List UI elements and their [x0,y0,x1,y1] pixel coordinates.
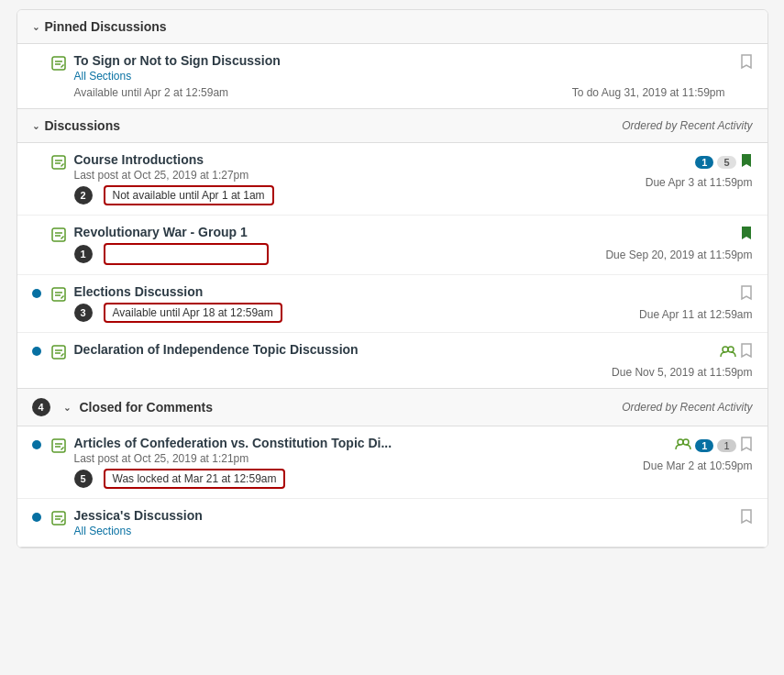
step-number: 2 [74,186,93,205]
item-body: Course Introductions Last post at Oct 25… [74,152,606,205]
item-body: Elections Discussion 3 Available until A… [74,284,606,323]
badge-blue: 1 [695,439,713,452]
due-text: Due Mar 2 at 10:59pm [643,459,752,472]
svg-point-15 [723,347,728,352]
step-number: 3 [74,304,93,322]
unread-dot [32,440,41,449]
item-right: 1 5 Due Apr 3 at 11:59pm [606,152,753,189]
pinned-section-label: Pinned Discussions [45,19,167,34]
due-text: Due Sep 20, 2019 at 11:59pm [605,249,752,261]
meta-row: 3 Available until Apr 18 at 12:59am [74,303,606,323]
meta-row: 5 Was locked at Mar 21 at 12:59am [74,469,606,489]
item-right: Due Sep 20, 2019 at 11:59pm [598,225,752,261]
unread-dot [32,513,41,522]
ordered-by: Ordered by Recent Activity [622,119,752,132]
due-text: Due Nov 5, 2019 at 11:59pm [612,366,752,379]
closed-section-header[interactable]: 4 ⌄ Closed for Comments Ordered by Recen… [17,389,767,426]
discussion-title[interactable]: To Sign or Not to Sign Discussion [74,53,725,68]
discussion-title[interactable]: Declaration of Independence Topic Discus… [74,342,605,357]
availability-badge: Available until Apr 18 at 12:59am [104,303,282,323]
unread-dot [32,347,41,356]
discussion-title[interactable]: Jessica's Discussion [74,508,606,523]
item-body: Jessica's Discussion All Sections [74,508,606,537]
bookmark-filled-icon[interactable] [740,152,753,172]
discussion-edit-icon [50,344,67,364]
step-number: 5 [74,470,93,488]
availability-badge: Not available until Apr 1 at 1am [104,185,274,205]
svg-rect-22 [52,512,65,525]
list-item: Declaration of Independence Topic Discus… [17,333,767,388]
bookmark-icon[interactable] [740,508,753,528]
all-sections-link[interactable]: All Sections [74,70,725,83]
bookmark-icon[interactable] [740,284,753,304]
list-item: Jessica's Discussion All Sections [17,499,767,547]
list-item: Articles of Confederation vs. Constituti… [17,426,767,499]
closed-section: 4 ⌄ Closed for Comments Ordered by Recen… [17,389,767,548]
discussions-items: Course Introductions Last post at Oct 25… [17,143,767,389]
meta-row: 1 [74,243,599,265]
group-icon [675,437,691,454]
svg-rect-0 [52,57,65,70]
item-right [606,508,753,528]
svg-rect-3 [52,156,65,169]
ordered-by: Ordered by Recent Activity [622,401,752,414]
discussion-edit-icon [50,286,67,306]
item-body: Articles of Confederation vs. Constituti… [74,436,606,489]
badges-row: 1 5 [695,152,752,172]
bookmark-icon[interactable] [740,53,753,74]
last-post: Last post at Oct 25, 2019 at 1:27pm [74,169,606,182]
last-post: Last post at Oct 25, 2019 at 1:21pm [74,452,606,465]
meta-row: 2 Not available until Apr 1 at 1am [74,185,606,205]
discussion-edit-icon [50,154,67,174]
discussions-section-label: Discussions [45,118,120,133]
discussion-edit-icon [50,55,67,75]
bookmark-icon[interactable] [740,436,753,456]
item-body: Declaration of Independence Topic Discus… [74,342,605,359]
svg-point-16 [728,347,734,352]
discussion-edit-icon [50,437,67,458]
pinned-items: To Sign or Not to Sign Discussion All Se… [17,44,767,109]
bookmark-icon[interactable] [740,342,753,362]
pinned-section-header[interactable]: ⌄ Pinned Discussions [17,10,767,44]
discussion-edit-icon [50,510,67,530]
discussion-title[interactable]: Revolutionary War - Group 1 [74,225,599,239]
svg-rect-9 [52,288,65,301]
chevron-down-icon: ⌄ [32,22,39,32]
item-body: To Sign or Not to Sign Discussion All Se… [74,53,725,99]
discussion-title[interactable]: Articles of Confederation vs. Constituti… [74,436,606,450]
item-right: 1 1 Due Mar 2 at 10:59pm [606,436,753,472]
svg-point-20 [678,439,683,445]
item-body: Revolutionary War - Group 1 1 [74,225,599,265]
list-item: To Sign or Not to Sign Discussion All Se… [17,44,767,108]
svg-rect-17 [52,439,65,452]
pinned-section: ⌄ Pinned Discussions To Sign or Not to S… [17,10,767,109]
discussion-title[interactable]: Course Introductions [74,152,606,167]
discussions-section: ⌄ Discussions Ordered by Recent Activity [17,109,767,389]
svg-point-21 [683,439,689,445]
availability-row: Available until Apr 2 at 12:59am To do A… [74,86,725,99]
step-4-number: 4 [32,398,50,416]
list-item: Elections Discussion 3 Available until A… [17,275,767,333]
badge-blue: 1 [695,156,713,169]
due-text: Due Apr 3 at 11:59pm [646,176,753,189]
list-item: Course Introductions Last post at Oct 25… [17,143,767,216]
due-text: To do Aug 31, 2019 at 11:59pm [572,86,725,99]
chevron-down-icon: ⌄ [32,121,39,131]
bookmark-filled-icon[interactable] [740,225,753,245]
item-right [725,53,753,74]
discussion-edit-icon [50,227,67,247]
list-item: Revolutionary War - Group 1 1 Due Sep 20… [17,216,767,275]
item-right: Due Nov 5, 2019 at 11:59pm [604,342,752,379]
closed-section-label: Closed for Comments [80,400,213,415]
discussion-title[interactable]: Elections Discussion [74,284,606,299]
discussions-page: ⌄ Pinned Discussions To Sign or Not to S… [17,9,768,548]
all-sections-link[interactable]: All Sections [74,525,606,537]
item-right: Due Apr 11 at 12:59am [606,284,753,321]
svg-rect-6 [52,228,65,241]
closed-items: Articles of Confederation vs. Constituti… [17,426,767,548]
badges-row [720,342,753,362]
available-text: Available until Apr 2 at 12:59am [74,86,229,99]
discussions-section-header[interactable]: ⌄ Discussions Ordered by Recent Activity [17,109,767,143]
badge-count: 1 [717,439,735,452]
step-number: 1 [74,245,93,263]
